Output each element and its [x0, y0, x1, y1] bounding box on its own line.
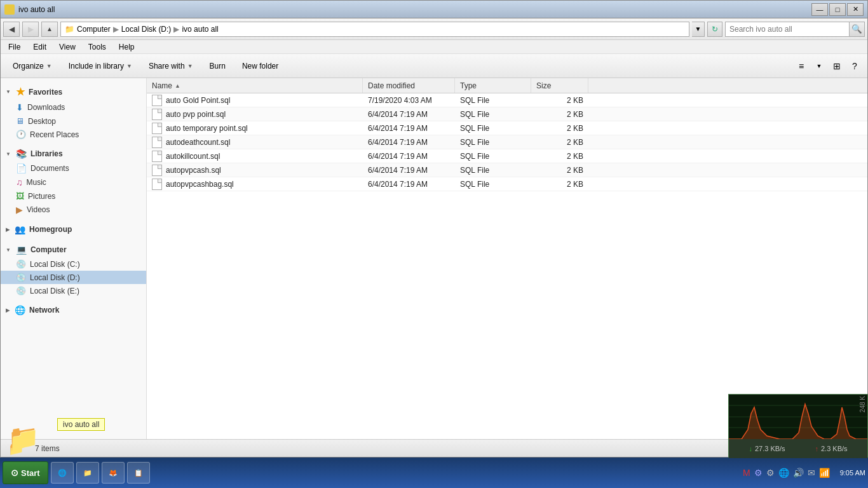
sidebar-item-recent[interactable]: 🕐 Recent Places	[1, 128, 146, 141]
systray-icon-1: ⚙	[754, 468, 763, 478]
taskbar-ie-button[interactable]: 🌐	[51, 462, 74, 484]
file-size-cell: 2 KB	[531, 110, 588, 119]
menu-file[interactable]: File	[6, 41, 23, 53]
up-button[interactable]: ▲	[41, 22, 58, 37]
share-with-label: Share with	[149, 62, 185, 71]
include-library-label: Include in library	[69, 62, 124, 71]
menu-view[interactable]: View	[57, 41, 78, 53]
sidebar-homegroup-header[interactable]: ▶ 👥 Homegroup	[1, 222, 146, 237]
desktop-icon: 🖥	[16, 116, 24, 126]
menu-tools[interactable]: Tools	[86, 41, 109, 53]
menu-help[interactable]: Help	[116, 41, 137, 53]
disk-c-label: Local Disk (C:)	[30, 260, 80, 269]
sidebar-item-documents[interactable]: 📄 Documents	[1, 161, 146, 175]
table-row[interactable]: auto Gold Point.sql 7/19/2020 4:03 AM SQ…	[147, 93, 867, 107]
start-button[interactable]: ⊙ Start	[3, 461, 48, 484]
computer-icon: 💻	[16, 245, 27, 255]
back-button[interactable]: ◀	[3, 22, 20, 37]
audio-icon: 🔊	[793, 468, 804, 478]
disk-d-icon: 💿	[16, 273, 26, 282]
col-header-type[interactable]: Type	[455, 78, 531, 93]
burn-button[interactable]: Burn	[203, 57, 233, 75]
table-row[interactable]: auto pvp point.sql 6/4/2014 7:19 AM SQL …	[147, 107, 867, 121]
table-row[interactable]: auto temporary point.sql 6/4/2014 7:19 A…	[147, 121, 867, 135]
disk-d-label: Local Disk (D:)	[30, 273, 80, 282]
file-size-cell: 2 KB	[531, 138, 588, 147]
content-area: ▼ ★ Favorites ⬇ Downloads 🖥 Desktop 🕐 Re…	[1, 78, 867, 439]
sidebar-libraries-header[interactable]: ▼ 📚 Libraries	[1, 146, 146, 161]
new-folder-button[interactable]: New folder	[235, 57, 285, 75]
file-name-text: autokillcount.sql	[166, 152, 220, 161]
table-row[interactable]: autopvpcashbag.sql 6/4/2014 7:19 AM SQL …	[147, 177, 867, 191]
col-header-size[interactable]: Size	[531, 78, 588, 93]
sidebar-item-desktop[interactable]: 🖥 Desktop	[1, 114, 146, 128]
maximize-button[interactable]: □	[829, 3, 846, 16]
taskbar-explorer-button[interactable]: 📁	[76, 462, 99, 484]
sidebar-item-disk-c[interactable]: 💿 Local Disk (C:)	[1, 257, 146, 271]
sidebar-item-downloads[interactable]: ⬇ Downloads	[1, 100, 146, 114]
address-dropdown[interactable]: ▼	[692, 22, 705, 37]
sidebar-favorites-header[interactable]: ▼ ★ Favorites	[1, 83, 146, 100]
organize-arrow: ▼	[46, 63, 52, 69]
netmon-upload: ↑ 2.3 KB/s	[815, 445, 847, 452]
path-folder-icon: 📁	[65, 25, 74, 34]
network-monitor: 248 K ↓ 27.3 KB/s ↑ 2.3 KB/s	[728, 394, 868, 458]
address-path[interactable]: 📁 Computer ▶ Local Disk (D:) ▶ ivo auto …	[60, 22, 689, 37]
taskbar-right: M ⚙ ⚙ 🌐 🔊 ✉ 📶 9:05 AM	[738, 468, 865, 478]
minimize-button[interactable]: —	[811, 3, 828, 16]
view-details-button[interactable]: ≡	[794, 58, 809, 74]
file-type-cell: SQL File	[455, 138, 531, 147]
menu-edit[interactable]: Edit	[31, 41, 49, 53]
downloads-label: Downloads	[27, 103, 65, 112]
disk-c-icon: 💿	[16, 259, 26, 269]
file-name-text: autopvpcashbag.sql	[166, 180, 234, 189]
titlebar-icon	[4, 4, 15, 15]
taskbar-clock: 9:05 AM	[840, 469, 865, 477]
col-header-date[interactable]: Date modified	[363, 78, 455, 93]
close-button[interactable]: ✕	[847, 3, 864, 16]
col-type-label: Type	[460, 81, 477, 90]
sidebar-computer-header[interactable]: ▼ 💻 Computer	[1, 242, 146, 257]
organize-button[interactable]: Organize ▼	[6, 57, 59, 75]
table-row[interactable]: autodeathcount.sql 6/4/2014 7:19 AM SQL …	[147, 135, 867, 149]
forward-button[interactable]: ▶	[22, 22, 39, 37]
sidebar-item-videos[interactable]: ▶ Videos	[1, 203, 146, 217]
network-triangle: ▶	[6, 308, 10, 313]
systray: M ⚙ ⚙ 🌐 🔊 ✉ 📶	[738, 468, 835, 478]
sidebar-item-disk-d[interactable]: 💿 Local Disk (D:)	[1, 271, 146, 284]
view-dropdown-button[interactable]: ▼	[811, 58, 827, 74]
file-date-cell: 6/4/2014 7:19 AM	[363, 180, 455, 189]
sidebar-item-music[interactable]: ♫ Music	[1, 175, 146, 189]
explorer-icon: 📁	[83, 469, 92, 477]
search-input[interactable]	[726, 22, 849, 36]
netmon-footer: ↓ 27.3 KB/s ↑ 2.3 KB/s	[729, 439, 867, 458]
include-library-button[interactable]: Include in library ▼	[62, 57, 139, 75]
folder-preview: 📁 ivo auto all	[8, 423, 39, 453]
sidebar-item-pictures[interactable]: 🖼 Pictures	[1, 189, 146, 203]
sidebar-item-disk-e[interactable]: 💿 Local Disk (E:)	[1, 284, 146, 297]
taskbar-extra-button[interactable]: 📋	[127, 462, 150, 484]
down-arrow-icon: ↓	[749, 445, 752, 452]
view-large-button[interactable]: ⊞	[829, 58, 844, 74]
table-row[interactable]: autokillcount.sql 6/4/2014 7:19 AM SQL F…	[147, 149, 867, 163]
col-header-name[interactable]: Name ▲	[147, 78, 363, 93]
file-size-cell: 2 KB	[531, 180, 588, 189]
refresh-button[interactable]: ↻	[707, 22, 722, 37]
share-with-button[interactable]: Share with ▼	[142, 57, 200, 75]
taskbar-firefox-button[interactable]: 🦊	[102, 462, 125, 484]
share-with-arrow: ▼	[187, 63, 193, 69]
col-name-label: Name	[152, 81, 172, 90]
table-row[interactable]: autopvpcash.sql 6/4/2014 7:19 AM SQL Fil…	[147, 163, 867, 177]
firefox-icon: 🦊	[109, 469, 118, 477]
help-button[interactable]: ?	[847, 58, 862, 74]
titlebar-left: ivo auto all	[4, 4, 55, 15]
clock-time: 9:05 AM	[840, 469, 865, 477]
sidebar-network-header[interactable]: ▶ 🌐 Network	[1, 302, 146, 318]
file-name-cell: autodeathcount.sql	[147, 137, 363, 148]
videos-label: Videos	[27, 205, 50, 214]
file-size-cell: 2 KB	[531, 96, 588, 105]
music-label: Music	[27, 178, 46, 187]
search-box: 🔍	[725, 22, 865, 37]
search-button[interactable]: 🔍	[849, 22, 864, 36]
netmon-graph: 248 K	[729, 395, 867, 439]
